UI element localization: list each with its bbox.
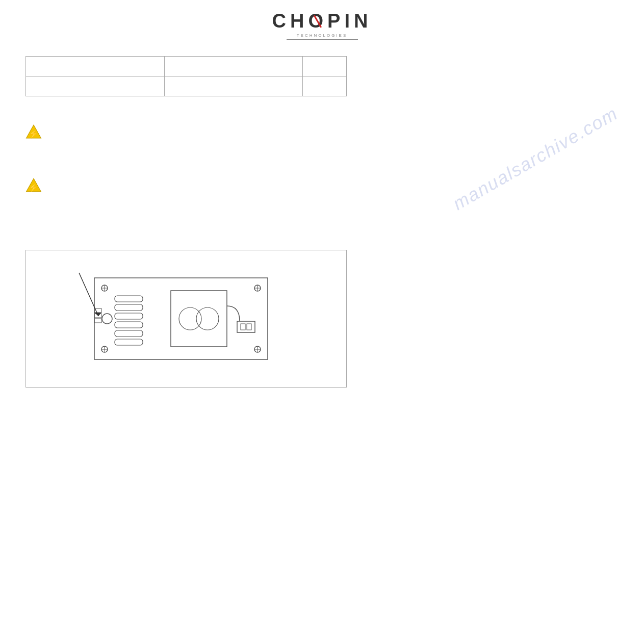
table-cell-main-1 [26,57,165,76]
warning-section-2: ⚡ [25,176,619,199]
svg-text:⚡: ⚡ [29,183,39,192]
pcb-diagram [64,263,308,375]
svg-rect-24 [115,322,143,328]
svg-marker-34 [94,313,101,316]
header: CHOPIN TECHNOLOGIES [0,0,644,40]
table-cell-side-1 [164,57,303,76]
svg-rect-32 [247,324,251,330]
svg-point-29 [196,307,219,330]
svg-rect-21 [115,296,143,302]
diagram-box [25,250,347,388]
logo-o: O [308,10,327,32]
svg-rect-19 [94,319,101,323]
logo: CHOPIN [272,10,372,32]
warning-icon-2: ⚡ [25,177,42,195]
table-cell-label-2 [26,76,165,96]
svg-point-28 [179,307,201,330]
svg-rect-30 [237,321,255,332]
svg-line-33 [79,273,98,316]
warning-section-1: ⚡ [25,122,619,146]
svg-text:⚡: ⚡ [29,129,39,139]
info-table [25,56,347,96]
svg-rect-4 [94,278,268,359]
svg-rect-26 [115,339,143,345]
warning-text-2 [48,176,49,185]
table-cell-content-2 [164,76,303,96]
logo-underline [287,39,358,40]
svg-point-20 [102,314,112,324]
table-cell-side-2 [303,76,347,96]
logo-subtitle: TECHNOLOGIES [297,33,348,38]
warning-icon-1: ⚡ [25,123,42,142]
svg-rect-22 [115,304,143,311]
warning-text-1 [48,122,49,132]
svg-rect-25 [115,330,143,337]
svg-rect-23 [115,313,143,319]
svg-rect-31 [241,324,245,330]
